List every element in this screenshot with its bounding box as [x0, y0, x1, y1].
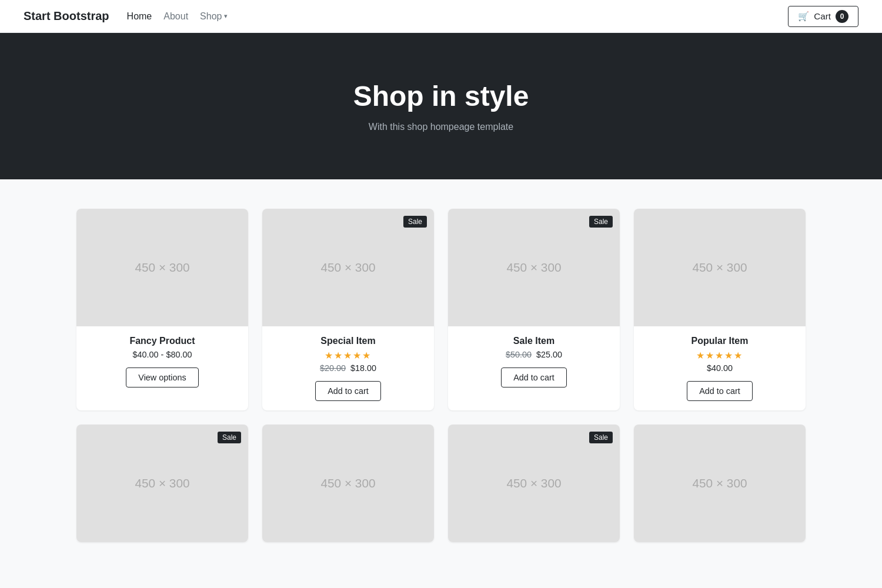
product-image-row2-2: 450 × 300 [262, 425, 434, 542]
nav-link-about[interactable]: About [163, 11, 188, 21]
product-card-special: 450 × 300 Sale Special Item ★★★★★ $20.00… [262, 209, 434, 410]
image-placeholder: 450 × 300 [506, 260, 561, 275]
cart-icon: 🛒 [798, 11, 809, 22]
product-stars-special: ★★★★★ [272, 350, 425, 361]
hero-subtitle: With this shop hompeage template [12, 122, 870, 132]
product-price-popular: $40.00 [643, 363, 796, 373]
nav-item-shop[interactable]: Shop ▾ [200, 11, 228, 22]
sale-badge-sale: Sale [589, 216, 613, 228]
add-to-cart-button-sale[interactable]: Add to cart [501, 368, 567, 387]
product-card-popular: 450 × 300 Popular Item ★★★★★ $40.00 Add … [634, 209, 806, 410]
product-price-sale: $50.00 $25.00 [457, 350, 610, 359]
original-price-special: $20.00 [320, 363, 346, 373]
original-price-sale: $50.00 [506, 350, 532, 359]
nav-link-shop[interactable]: Shop ▾ [200, 11, 228, 22]
product-body-popular: Popular Item ★★★★★ $40.00 Add to cart [634, 326, 806, 410]
product-card-sale: 450 × 300 Sale Sale Item $50.00 $25.00 A… [448, 209, 620, 410]
nav-shop-label: Shop [200, 11, 222, 22]
product-grid-row2: 450 × 300 Sale 450 × 300 450 × 300 Sale … [76, 425, 806, 542]
product-price-fancy: $40.00 - $80.00 [86, 350, 239, 359]
product-image-row2-3: 450 × 300 Sale [448, 425, 620, 542]
product-body-special: Special Item ★★★★★ $20.00 $18.00 Add to … [262, 326, 434, 410]
navbar: Start Bootstrap Home About Shop ▾ 🛒 Cart… [0, 0, 882, 33]
image-placeholder: 450 × 300 [506, 476, 561, 490]
nav-item-home[interactable]: Home [127, 11, 152, 22]
brand-link[interactable]: Start Bootstrap [24, 9, 109, 23]
nav-item-about[interactable]: About [163, 11, 188, 22]
sale-badge-row2-1: Sale [218, 432, 241, 443]
product-image-row2-4: 450 × 300 [634, 425, 806, 542]
product-card-fancy: 450 × 300 Fancy Product $40.00 - $80.00 … [76, 209, 248, 410]
product-card-row2-1: 450 × 300 Sale [76, 425, 248, 542]
cart-button[interactable]: 🛒 Cart 0 [788, 6, 858, 27]
product-name-popular: Popular Item [643, 336, 796, 346]
product-name-sale: Sale Item [457, 336, 610, 346]
chevron-down-icon: ▾ [224, 12, 228, 20]
product-name-fancy: Fancy Product [86, 336, 239, 346]
product-card-row2-4: 450 × 300 [634, 425, 806, 542]
product-action-popular: Add to cart [643, 381, 796, 401]
hero-section: Shop in style With this shop hompeage te… [0, 33, 882, 179]
image-placeholder: 450 × 300 [320, 476, 375, 490]
product-image-fancy: 450 × 300 [76, 209, 248, 326]
product-image-special: 450 × 300 Sale [262, 209, 434, 326]
product-price-special: $20.00 $18.00 [272, 363, 425, 373]
product-body-sale: Sale Item $50.00 $25.00 Add to cart [448, 326, 620, 397]
product-image-sale: 450 × 300 Sale [448, 209, 620, 326]
sale-price-sale: $25.00 [536, 350, 562, 359]
nav-link-home[interactable]: Home [127, 11, 152, 21]
product-name-special: Special Item [272, 336, 425, 346]
product-action-sale: Add to cart [457, 368, 610, 387]
product-stars-popular: ★★★★★ [643, 350, 796, 361]
image-placeholder: 450 × 300 [135, 476, 189, 490]
navbar-left: Start Bootstrap Home About Shop ▾ [24, 9, 228, 23]
sale-badge-row2-3: Sale [589, 432, 613, 443]
product-action-special: Add to cart [272, 381, 425, 401]
products-section: 450 × 300 Fancy Product $40.00 - $80.00 … [53, 179, 829, 572]
image-placeholder: 450 × 300 [692, 260, 747, 275]
nav-menu: Home About Shop ▾ [127, 11, 228, 22]
image-placeholder: 450 × 300 [135, 260, 189, 275]
product-image-row2-1: 450 × 300 Sale [76, 425, 248, 542]
image-placeholder: 450 × 300 [692, 476, 747, 490]
product-body-fancy: Fancy Product $40.00 - $80.00 View optio… [76, 326, 248, 397]
product-card-row2-2: 450 × 300 [262, 425, 434, 542]
product-card-row2-3: 450 × 300 Sale [448, 425, 620, 542]
cart-label: Cart [814, 11, 831, 21]
sale-price-special: $18.00 [350, 363, 376, 373]
add-to-cart-button-popular[interactable]: Add to cart [687, 381, 753, 401]
image-placeholder: 450 × 300 [320, 260, 375, 275]
product-image-popular: 450 × 300 [634, 209, 806, 326]
sale-badge-special: Sale [403, 216, 427, 228]
hero-title: Shop in style [12, 80, 870, 112]
product-action-fancy: View options [86, 368, 239, 387]
cart-count-badge: 0 [836, 10, 848, 23]
add-to-cart-button-special[interactable]: Add to cart [315, 381, 381, 401]
view-options-button[interactable]: View options [126, 368, 198, 387]
product-grid-row1: 450 × 300 Fancy Product $40.00 - $80.00 … [76, 209, 806, 410]
